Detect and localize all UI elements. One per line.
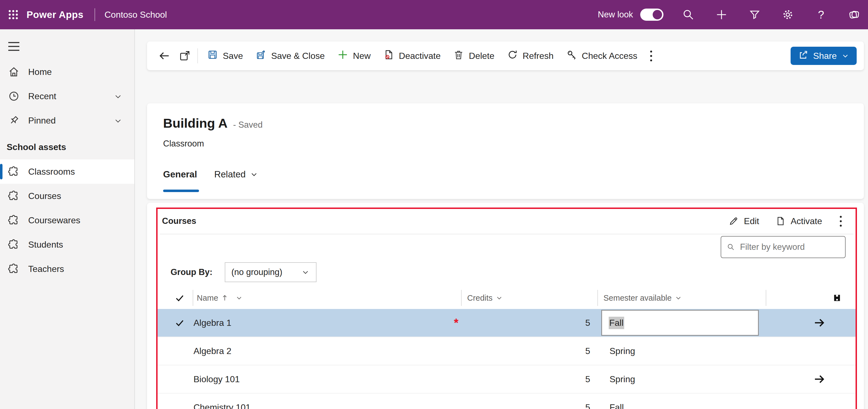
main-content: Save Save & Close New Deactivate Delete xyxy=(135,29,868,409)
share-label: Share xyxy=(813,51,837,61)
help-icon[interactable]: ? xyxy=(813,6,829,23)
cell-credits[interactable]: 5 xyxy=(542,394,590,409)
waffle-menu-icon[interactable] xyxy=(0,0,27,29)
delete-label: Delete xyxy=(469,51,495,61)
back-button[interactable] xyxy=(154,45,175,66)
save-label: Save xyxy=(223,51,243,61)
filter-keyword-input[interactable] xyxy=(740,242,840,252)
add-icon[interactable] xyxy=(713,6,730,23)
sidebar-item-label: Recent xyxy=(28,91,56,101)
key-icon xyxy=(566,49,578,63)
save-status: - Saved xyxy=(233,120,262,130)
cell-name[interactable]: Chemistry 101 xyxy=(193,394,250,409)
record-header-card: Building A - Saved Classroom General Rel… xyxy=(147,103,864,199)
sidebar-item-teachers[interactable]: Teachers xyxy=(0,257,134,281)
deactivate-label: Deactivate xyxy=(399,51,441,61)
group-by-value: (no grouping) xyxy=(231,267,282,277)
sidebar-item-classrooms[interactable]: Classrooms xyxy=(0,159,134,184)
activate-label: Activate xyxy=(790,216,822,226)
top-app-bar: Power Apps Contoso School New look ? xyxy=(0,0,868,29)
environment-name[interactable]: Contoso School xyxy=(104,10,167,20)
sort-ascending-icon xyxy=(221,294,228,302)
cell-name[interactable]: Algebra 1 xyxy=(193,309,231,337)
home-icon xyxy=(8,66,20,78)
column-header-name[interactable]: Name xyxy=(197,288,243,308)
save-close-icon xyxy=(255,49,267,63)
hamburger-menu-icon[interactable] xyxy=(7,40,21,53)
refresh-button[interactable]: Refresh xyxy=(501,45,560,66)
puzzle-icon xyxy=(8,263,20,275)
cell-semester[interactable]: Fall xyxy=(610,394,624,409)
check-access-button[interactable]: Check Access xyxy=(560,45,644,66)
column-header-semester-available[interactable]: Semester available xyxy=(603,288,682,308)
selected-indicator xyxy=(0,164,2,179)
cell-credits[interactable]: 5 xyxy=(542,337,590,365)
edit-label: Edit xyxy=(744,216,759,226)
check-access-label: Check Access xyxy=(582,51,638,61)
sidebar-item-courses[interactable]: Courses xyxy=(0,184,134,208)
new-look-toggle[interactable] xyxy=(640,8,663,21)
group-by-label: Group By: xyxy=(170,262,213,282)
sidebar-item-coursewares[interactable]: Coursewares xyxy=(0,208,134,232)
delete-button[interactable]: Delete xyxy=(447,45,501,66)
pin-icon xyxy=(8,115,20,127)
select-all-checkmark-icon[interactable] xyxy=(175,288,185,308)
new-look-label: New look xyxy=(598,10,633,20)
app-name[interactable]: Power Apps xyxy=(27,9,84,20)
filter-icon[interactable] xyxy=(746,6,763,23)
cell-credits[interactable]: 5 xyxy=(542,365,590,393)
new-button[interactable]: New xyxy=(331,45,377,66)
sidebar-item-label: Classrooms xyxy=(28,167,75,177)
share-button[interactable]: Share xyxy=(790,47,857,65)
form-tabs: General Related xyxy=(163,169,258,180)
save-and-close-button[interactable]: Save & Close xyxy=(249,45,331,66)
table-row[interactable]: Chemistry 101 5 Fall xyxy=(158,394,856,409)
record-title: Building A xyxy=(163,116,227,131)
cell-semester[interactable]: Spring xyxy=(610,365,635,393)
puzzle-icon xyxy=(8,190,20,202)
chevron-down-icon[interactable] xyxy=(113,116,123,128)
activate-button[interactable]: Activate xyxy=(775,216,822,226)
site-map-sidebar: Home Recent Pinned School assets xyxy=(0,29,135,409)
save-button[interactable]: Save xyxy=(201,45,249,66)
cell-name[interactable]: Algebra 2 xyxy=(193,337,231,365)
chevron-down-icon[interactable] xyxy=(113,92,123,103)
cell-name[interactable]: Biology 101 xyxy=(193,365,240,393)
new-label: New xyxy=(353,51,371,61)
group-by-dropdown[interactable]: (no grouping) xyxy=(225,262,316,282)
tab-related[interactable]: Related xyxy=(214,169,258,180)
search-icon[interactable] xyxy=(680,6,696,23)
column-label: Name xyxy=(197,293,218,303)
grid-header-row: Name Credits Semester available xyxy=(158,288,856,308)
courses-subgrid-card: Courses Edit Activate G xyxy=(147,203,864,409)
settings-gear-icon[interactable] xyxy=(779,6,796,23)
open-in-new-window-button[interactable] xyxy=(175,45,195,66)
subgrid-more-commands-icon[interactable] xyxy=(833,216,848,227)
row-selected-checkmark-icon[interactable] xyxy=(175,309,185,337)
sidebar-item-label: Pinned xyxy=(28,116,56,126)
tab-general[interactable]: General xyxy=(163,169,197,180)
table-row[interactable]: Algebra 1 * 5 Fall xyxy=(158,309,856,337)
sidebar-item-recent[interactable]: Recent xyxy=(0,84,134,108)
open-record-arrow-icon[interactable] xyxy=(813,309,826,337)
cell-semester[interactable]: Spring xyxy=(610,337,635,365)
column-header-credits[interactable]: Credits xyxy=(467,288,503,308)
subgrid-filter[interactable] xyxy=(721,236,846,258)
sidebar-item-students[interactable]: Students xyxy=(0,232,134,257)
sidebar-item-home[interactable]: Home xyxy=(0,60,134,84)
tab-label: General xyxy=(163,169,197,180)
deactivate-button[interactable]: Deactivate xyxy=(377,45,447,66)
semester-inline-editor[interactable]: Fall xyxy=(601,310,759,336)
table-row[interactable]: Biology 101 5 Spring xyxy=(158,365,856,393)
table-row[interactable]: Algebra 2 5 Spring xyxy=(158,337,856,365)
open-record-arrow-icon[interactable] xyxy=(813,365,826,393)
command-divider xyxy=(197,49,198,63)
edit-button[interactable]: Edit xyxy=(728,216,759,226)
cell-credits[interactable]: 5 xyxy=(542,309,590,337)
copilot-icon[interactable] xyxy=(846,6,863,23)
sidebar-item-label: Courses xyxy=(28,191,61,201)
share-icon xyxy=(798,49,809,62)
sidebar-item-pinned[interactable]: Pinned xyxy=(0,108,134,133)
chevron-down-icon xyxy=(841,52,849,60)
more-commands-icon[interactable] xyxy=(644,51,659,61)
